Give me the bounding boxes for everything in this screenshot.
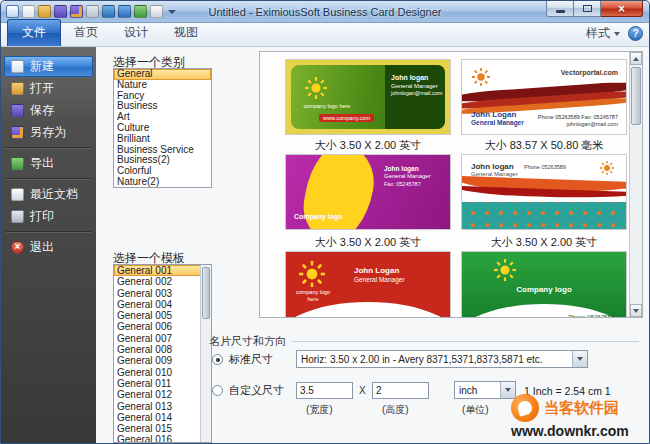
open-folder-icon: [11, 82, 24, 95]
template-item[interactable]: General 008: [114, 344, 211, 355]
standard-size-row: 标准尺寸: [212, 352, 273, 367]
template-item[interactable]: General 015: [114, 423, 211, 434]
template-item[interactable]: General 012: [114, 389, 211, 400]
category-item[interactable]: Nature(2): [114, 177, 211, 188]
watermark-site-url: www.downkr.com: [511, 423, 645, 439]
standard-size-select[interactable]: Horiz: 3.50 x 2.00 in - Avery 8371,5371,…: [296, 350, 588, 368]
template-list[interactable]: General 001 General 002 General 003 Gene…: [113, 264, 212, 443]
category-item[interactable]: General: [114, 69, 211, 80]
category-item[interactable]: Art: [114, 112, 211, 123]
category-item[interactable]: Brilliant: [114, 134, 211, 145]
qat-more-icon[interactable]: [168, 10, 176, 14]
card-title: General Manager: [471, 171, 518, 179]
standard-size-radio[interactable]: [212, 354, 223, 365]
sidebar-item-new[interactable]: 新建: [4, 56, 93, 77]
category-item[interactable]: Business: [114, 101, 211, 112]
save-icon[interactable]: [54, 5, 67, 18]
template-item[interactable]: General 001: [114, 265, 211, 276]
redo-icon[interactable]: [118, 5, 131, 18]
help-icon[interactable]: [150, 5, 163, 18]
sidebar-item-label: 另存为: [30, 124, 66, 141]
export-image-icon[interactable]: [134, 5, 147, 18]
scrollbar-thumb[interactable]: [202, 267, 210, 319]
template-card-2[interactable]: Vectorportal.com John Logan General Mana…: [462, 60, 626, 134]
watermark-site-name: 当客软件园: [544, 399, 619, 418]
tab-design[interactable]: 设计: [111, 20, 161, 46]
template-card-6[interactable]: Company logo Phone 05263589: [462, 252, 626, 318]
template-item[interactable]: General 016: [114, 434, 211, 443]
width-input[interactable]: [296, 382, 353, 399]
category-item[interactable]: Business(2): [114, 155, 211, 166]
sidebar-divider: [6, 231, 91, 233]
unit-caption: (单位): [462, 403, 489, 417]
template-item[interactable]: General 013: [114, 401, 211, 412]
window-controls: ×: [546, 1, 643, 17]
arrow-up-icon: [633, 57, 639, 61]
file-menu-sidebar: 新建 打开 保存 另存为 导出 最近文档 打印: [1, 47, 96, 443]
template-item[interactable]: General 002: [114, 276, 211, 287]
template-card-3[interactable]: John logan General Manager Fax: 05245787…: [286, 155, 450, 229]
arrow-down-icon: [633, 309, 639, 313]
recent-documents-icon: [11, 188, 24, 201]
template-item[interactable]: General 006: [114, 321, 211, 332]
template-list-scrollbar[interactable]: [200, 265, 211, 442]
new-document-icon[interactable]: [22, 5, 35, 18]
category-item[interactable]: Business Service: [114, 145, 211, 156]
template-item[interactable]: General 014: [114, 412, 211, 423]
template-item[interactable]: General 003: [114, 288, 211, 299]
sidebar-item-label: 新建: [30, 58, 54, 75]
template-card-5[interactable]: company logo here John Logan General Man…: [286, 252, 450, 318]
sidebar-item-print[interactable]: 打印: [4, 206, 93, 227]
minimize-button[interactable]: [546, 1, 574, 17]
template-item[interactable]: General 010: [114, 367, 211, 378]
template-item[interactable]: General 011: [114, 378, 211, 389]
template-item[interactable]: General 004: [114, 299, 211, 310]
maximize-button[interactable]: [574, 1, 601, 17]
template-card-1[interactable]: company logo here John logan General Man…: [286, 60, 450, 134]
print-icon[interactable]: [86, 5, 99, 18]
tab-home[interactable]: 首页: [61, 20, 111, 46]
category-item[interactable]: Nature: [114, 80, 211, 91]
sidebar-item-export[interactable]: 导出: [4, 153, 93, 174]
save-as-icon[interactable]: [70, 5, 83, 18]
style-dropdown[interactable]: 样式: [586, 25, 620, 42]
unit-select[interactable]: inch: [454, 381, 516, 399]
scroll-up-button[interactable]: [630, 52, 642, 65]
category-item[interactable]: Colorful: [114, 166, 211, 177]
open-folder-icon[interactable]: [38, 5, 51, 18]
category-item[interactable]: Culture: [114, 123, 211, 134]
scrollbar-thumb[interactable]: [631, 67, 641, 125]
card-title: General Manager: [471, 119, 524, 127]
category-list[interactable]: General Nature Fancy Business Art Cultur…: [113, 68, 212, 188]
sidebar-item-save[interactable]: 保存: [4, 100, 93, 121]
sidebar-item-save-as[interactable]: 另存为: [4, 122, 93, 143]
sidebar-item-exit[interactable]: 退出: [4, 237, 93, 258]
scroll-down-button[interactable]: [630, 304, 642, 317]
help-button[interactable]: ?: [628, 26, 643, 41]
height-input[interactable]: [372, 382, 429, 399]
sidebar-item-open[interactable]: 打开: [4, 78, 93, 99]
save-as-icon: [11, 126, 24, 139]
card-contact-block: John logan General Manager Fax: 05245787: [384, 165, 442, 188]
template-item[interactable]: General 009: [114, 355, 211, 366]
custom-size-radio[interactable]: [212, 385, 223, 396]
sunburst-logo-icon: [472, 68, 490, 86]
tab-view[interactable]: 视图: [161, 20, 211, 46]
template-item[interactable]: General 005: [114, 310, 211, 321]
template-card-4[interactable]: John logan General Manager Phone 0526358…: [462, 155, 626, 229]
preview-scrollbar[interactable]: [629, 52, 642, 317]
custom-size-label: 自定义尺寸: [229, 383, 284, 398]
tab-file[interactable]: 文件: [7, 19, 61, 46]
sidebar-divider: [6, 147, 91, 149]
card-url: www.company.com: [319, 114, 374, 122]
template-item[interactable]: General 007: [114, 333, 211, 344]
close-button[interactable]: ×: [601, 1, 643, 17]
sidebar-item-recent-documents[interactable]: 最近文档: [4, 184, 93, 205]
standard-size-value: Horiz: 3.50 x 2.00 in - Avery 8371,5371,…: [297, 354, 572, 365]
card-name: John logan: [471, 162, 514, 171]
category-item[interactable]: Fancy: [114, 91, 211, 102]
standard-size-label: 标准尺寸: [229, 352, 273, 367]
card-size-caption: 大小 3.50 X 2.00 英寸: [286, 138, 450, 153]
undo-icon[interactable]: [102, 5, 115, 18]
dropdown-button[interactable]: [572, 351, 587, 367]
